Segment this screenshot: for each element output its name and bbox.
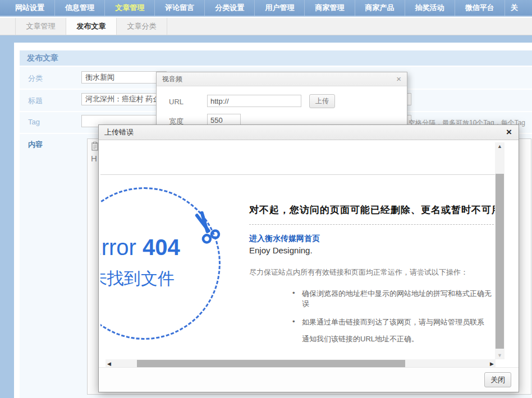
left-frame-strip: [0, 35, 14, 398]
tip-item: 如果通过单击链接而到达了该网页，请与网站管理员联系: [292, 317, 494, 327]
upload-button[interactable]: 上传: [309, 94, 335, 108]
tab-article-list[interactable]: 文章管理: [15, 18, 66, 35]
top-navigation: 网站设置 信息管理 文章管理 评论留言 分类设置 用户管理 商家管理 商家产品 …: [0, 0, 532, 17]
nav-item-site-settings[interactable]: 网站设置: [5, 0, 55, 16]
close-icon[interactable]: ×: [396, 72, 401, 86]
nav-item-merchant-management[interactable]: 商家管理: [305, 0, 355, 16]
top-frame-band: [14, 35, 532, 43]
tagline-text: Enjoy Designing.: [249, 246, 494, 255]
section-header: 发布文章: [20, 50, 532, 66]
nav-item-wechat[interactable]: 微信平台: [455, 0, 505, 16]
error-modal-title: 上传错误: [99, 128, 134, 136]
heading-toolbar-button[interactable]: H: [91, 154, 97, 163]
title-label: 标题: [28, 96, 43, 106]
horizontal-scroll-thumb[interactable]: [137, 360, 405, 368]
tab-publish-article[interactable]: 发布文章: [66, 18, 117, 35]
error-404-page: Error 404 未找到文件 对不起，您访问的页面可能已经删除、更名或暂时不可…: [100, 141, 495, 359]
error-heading: 对不起，您访问的页面可能已经删除、更名或暂时不可用，: [249, 203, 494, 216]
sub-navigation: 文章管理 发布文章 文章分类: [0, 18, 532, 35]
nav-item-comments[interactable]: 评论留言: [155, 0, 205, 16]
error-message-column: 对不起，您访问的页面可能已经删除、更名或暂时不可用， 进入衡水传媒网首页 Enj…: [249, 203, 494, 344]
intro-text: 尽力保证站点内所有有效链接和页面均正常运作，请尝试以下操作：: [249, 267, 494, 277]
url-input[interactable]: [207, 95, 301, 107]
dashed-separator: [249, 224, 494, 225]
close-icon[interactable]: ×: [506, 125, 512, 140]
tip-continuation: 通知我们该链接的URL地址不正确。: [302, 334, 494, 344]
nav-item-merchant-products[interactable]: 商家产品: [355, 0, 405, 16]
nav-item-user-management[interactable]: 用户管理: [255, 0, 305, 16]
tip-item: 确保浏览器的地址栏中显示的网站地址的拼写和格式正确无误: [292, 289, 494, 309]
file-not-found-text: 未找到文件: [100, 267, 175, 290]
url-label: URL: [169, 98, 184, 106]
page-title: 发布文章: [20, 50, 532, 66]
nav-item-info-management[interactable]: 信息管理: [55, 0, 105, 16]
nav-item-category-settings[interactable]: 分类设置: [205, 0, 255, 16]
video-dialog-header: 视音频 ×: [157, 72, 407, 86]
nav-item-article-management[interactable]: 文章管理: [105, 0, 155, 16]
scissors-icon: [190, 211, 223, 248]
scroll-up-icon[interactable]: ▲: [495, 144, 505, 149]
scroll-down-icon[interactable]: ▼: [495, 353, 505, 358]
error-404-text: Error 404: [100, 235, 180, 260]
page-divider: [100, 174, 495, 175]
dashed-circle-graphic: [100, 187, 221, 340]
vertical-scroll-thumb[interactable]: [496, 174, 504, 349]
close-button[interactable]: 关闭: [484, 372, 511, 387]
tag-label: Tag: [28, 118, 40, 126]
upload-error-modal: 上传错误 × Error 404 未找到文件 对不起，您访问的页面可能: [98, 124, 519, 392]
nav-item-lottery[interactable]: 抽奖活动: [405, 0, 455, 16]
tab-article-category[interactable]: 文章分类: [117, 18, 167, 35]
error-modal-header: 上传错误 ×: [99, 125, 519, 140]
nav-item-truncated[interactable]: 关: [505, 0, 532, 16]
home-link[interactable]: 进入衡水传媒网首页: [249, 234, 320, 244]
video-dialog-title: 视音频: [157, 75, 182, 83]
tips-list: 确保浏览器的地址栏中显示的网站地址的拼写和格式正确无误 如果通过单击链接而到达了…: [249, 289, 494, 327]
category-input[interactable]: [81, 71, 167, 84]
admin-screen: 网站设置 信息管理 文章管理 评论留言 分类设置 用户管理 商家管理 商家产品 …: [0, 0, 532, 398]
content-label: 内容: [28, 140, 43, 150]
category-label: 分类: [28, 73, 43, 84]
vertical-scrollbar[interactable]: ▲ ▼: [495, 142, 505, 359]
error-modal-footer: 关闭: [99, 367, 519, 392]
